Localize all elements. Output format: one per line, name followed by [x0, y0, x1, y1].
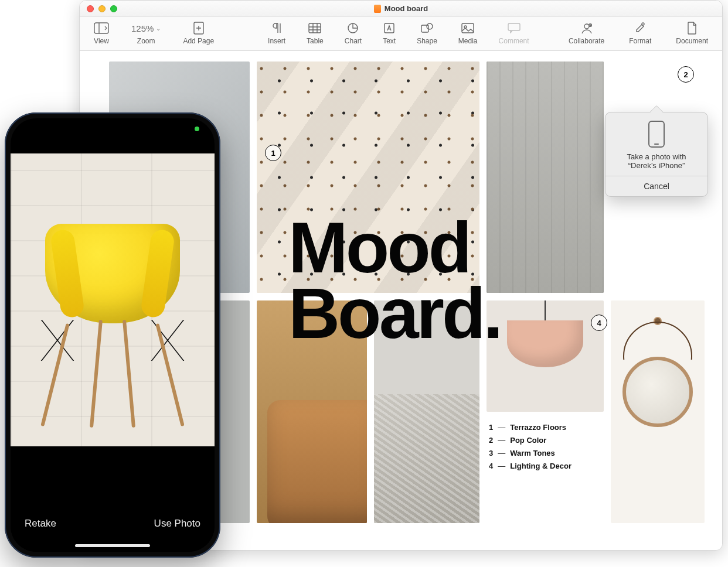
retake-button[interactable]: Retake — [25, 518, 56, 530]
zoom-value: 125% — [131, 23, 154, 33]
svg-rect-16 — [508, 23, 520, 30]
titlebar: Mood board — [80, 1, 722, 17]
headline-line: Board. — [288, 281, 501, 346]
document-page-icon — [687, 21, 698, 36]
callout-badge[interactable]: 4 — [591, 315, 607, 331]
image-tile[interactable] — [611, 300, 705, 523]
insert-label: Insert — [268, 37, 285, 45]
table-button[interactable]: Table — [303, 21, 327, 45]
dash: — — [498, 421, 505, 434]
chair-subject — [45, 224, 180, 323]
shape-button[interactable]: Shape — [413, 21, 441, 45]
add-page-icon — [193, 21, 205, 36]
dash: — — [498, 447, 505, 460]
legend-label: Terrazzo Floors — [510, 421, 566, 434]
table-label: Table — [307, 37, 324, 45]
legend[interactable]: 1 — Terrazzo Floors 2 — Pop Color 3 — Wa… — [489, 421, 571, 473]
svg-point-13 — [427, 23, 433, 29]
text-button[interactable]: Text — [379, 21, 399, 45]
pilcrow-icon — [272, 21, 281, 36]
table-icon — [308, 21, 321, 36]
comment-button: Comment — [495, 21, 533, 45]
legend-row: 1 — Terrazzo Floors — [489, 421, 571, 434]
document-icon — [374, 5, 381, 13]
iphone-screen: Retake Use Photo — [11, 118, 215, 552]
window-title: Mood board — [80, 4, 722, 13]
zoom-label: Zoom — [137, 37, 155, 45]
camera-viewfinder[interactable] — [11, 153, 215, 452]
svg-rect-5 — [309, 23, 321, 33]
image-tile[interactable] — [487, 300, 604, 412]
comment-label: Comment — [499, 37, 529, 45]
mirror-illustration — [622, 318, 693, 427]
legend-row: 4 — Lighting & Decor — [489, 460, 571, 473]
chart-label: Chart — [345, 37, 362, 45]
svg-point-21 — [642, 23, 644, 25]
shape-icon — [421, 21, 434, 36]
camera-indicator-icon — [195, 127, 199, 131]
camera-bottom-bar: Retake Use Photo — [11, 446, 215, 552]
svg-rect-14 — [462, 23, 474, 33]
popover-text: Take a photo with — [613, 152, 700, 161]
add-page-label: Add Page — [183, 37, 214, 45]
collaborate-button[interactable]: Collaborate — [565, 21, 608, 45]
legend-label: Warm Tones — [510, 447, 555, 460]
collaborate-label: Collaborate — [569, 37, 604, 45]
dash: — — [498, 460, 505, 473]
lamp-illustration — [507, 300, 583, 367]
home-indicator[interactable] — [75, 544, 150, 547]
document-button[interactable]: Document — [672, 21, 712, 45]
iphone-icon — [648, 121, 665, 148]
legend-num: 1 — [489, 421, 493, 434]
continuity-camera-popover: Take a photo with “Derek’s iPhone” Cance… — [605, 112, 708, 197]
chart-icon — [347, 21, 359, 36]
shape-label: Shape — [417, 37, 437, 45]
text-label: Text — [383, 37, 396, 45]
callout-badge[interactable]: 2 — [678, 66, 694, 83]
svg-point-17 — [584, 24, 589, 29]
legend-label: Pop Color — [510, 434, 546, 447]
sidebar-icon — [94, 21, 109, 36]
cancel-button[interactable]: Cancel — [605, 176, 707, 196]
view-label: View — [94, 37, 109, 45]
iphone-device: Retake Use Photo — [5, 112, 220, 558]
zoom-control[interactable]: 125% ⌄ Zoom — [128, 21, 164, 45]
callout-badge[interactable]: 1 — [265, 145, 281, 161]
insert-button[interactable]: Insert — [264, 21, 289, 45]
chevron-down-icon: ⌄ — [156, 25, 161, 32]
chart-button[interactable]: Chart — [341, 21, 365, 45]
toolbar: View 125% ⌄ Zoom Add Page Insert — [80, 17, 722, 51]
document-label: Document — [676, 37, 708, 45]
comment-icon — [508, 21, 521, 36]
legend-row: 2 — Pop Color — [489, 434, 571, 447]
media-label: Media — [458, 37, 478, 45]
view-button[interactable]: View — [90, 21, 113, 45]
use-photo-button[interactable]: Use Photo — [154, 518, 200, 530]
collaborate-icon — [580, 21, 593, 36]
popover-text: “Derek’s iPhone” — [613, 161, 700, 170]
format-label: Format — [629, 37, 651, 45]
media-icon — [461, 21, 474, 36]
headline[interactable]: Mood Board. — [288, 215, 501, 346]
legend-label: Lighting & Decor — [510, 460, 571, 473]
window-title-text: Mood board — [385, 4, 428, 13]
headline-line: Mood — [288, 215, 501, 281]
format-button[interactable]: Format — [625, 21, 655, 45]
add-page-button[interactable]: Add Page — [179, 21, 217, 45]
media-button[interactable]: Media — [455, 21, 481, 45]
notch — [69, 118, 157, 136]
legend-row: 3 — Warm Tones — [489, 447, 571, 460]
image-tile[interactable] — [487, 62, 604, 293]
text-icon — [383, 21, 395, 36]
dash: — — [498, 434, 505, 447]
format-icon — [634, 21, 646, 36]
legend-num: 4 — [489, 460, 493, 473]
legend-num: 3 — [489, 447, 493, 460]
legend-num: 2 — [489, 434, 493, 447]
